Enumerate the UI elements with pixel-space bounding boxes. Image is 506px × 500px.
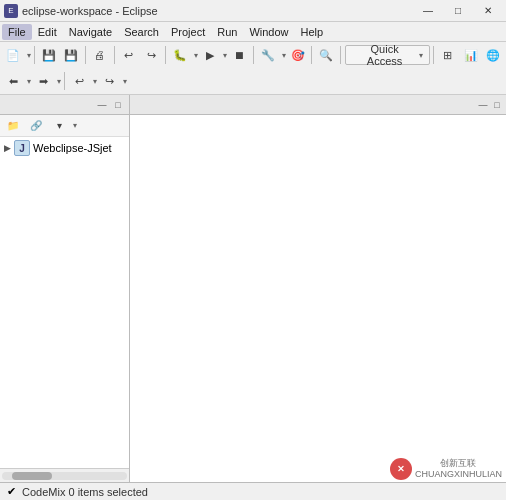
watermark-line1: 创新互联 <box>415 458 502 469</box>
tb-redo-button[interactable]: ↪ <box>140 44 162 66</box>
watermark-logo: ✕ <box>390 458 412 480</box>
tb-sep-8 <box>433 46 434 64</box>
left-panel-content: ▶ J Webclipse-JSjet <box>0 137 129 468</box>
tb-debug-arrow[interactable]: ▾ <box>194 51 198 60</box>
left-panel-scrollbar[interactable] <box>0 468 129 482</box>
right-panel: — □ <box>130 95 506 482</box>
tb-perspective-btn1[interactable]: ⊞ <box>437 44 459 66</box>
tb-new-button[interactable]: 📄 <box>2 44 24 66</box>
status-text: CodeMix 0 items selected <box>22 486 148 498</box>
tb-sep-1 <box>34 46 35 64</box>
tb-debug-button[interactable]: 🐛 <box>169 44 191 66</box>
menu-window[interactable]: Window <box>243 24 294 40</box>
tb-build-button[interactable]: 🔧 <box>257 44 279 66</box>
view-menu-button[interactable]: ▾ <box>48 115 70 137</box>
status-message: 0 items selected <box>68 486 147 498</box>
tb-sep-6 <box>311 46 312 64</box>
collapse-all-button[interactable]: 📁 <box>2 115 24 137</box>
project-icon: J <box>14 140 30 156</box>
tb-stop-button[interactable]: ⏹ <box>228 44 250 66</box>
main-area: — □ 📁 🔗 ▾ ▾ ▶ J Webclipse-JSjet <box>0 95 506 482</box>
menu-run[interactable]: Run <box>211 24 243 40</box>
tb-sep-7 <box>340 46 341 64</box>
tb-run-button[interactable]: ▶ <box>199 44 221 66</box>
tree-arrow-webclipse: ▶ <box>4 143 14 153</box>
editor-minimize-btn[interactable]: — <box>476 98 490 112</box>
left-panel-header: — □ <box>0 95 129 115</box>
tb-forward-arrow[interactable]: ▾ <box>57 77 61 86</box>
tb-print-button[interactable]: 🖨 <box>89 44 111 66</box>
left-panel-maximize-btn[interactable]: □ <box>111 98 125 112</box>
status-bar: ✔ CodeMix 0 items selected ✕ 创新互联 CHUANG… <box>0 482 506 500</box>
view-menu-arrow[interactable]: ▾ <box>73 121 77 130</box>
close-button[interactable]: ✕ <box>474 2 502 20</box>
tb-next-edit-button[interactable]: ↪ <box>98 70 120 92</box>
tb-sep-3 <box>114 46 115 64</box>
toolbar-area: 📄 ▾ 💾 💾 🖨 ↩ ↪ 🐛 ▾ ▶ ▾ ⏹ 🔧 ▾ 🎯 🔍 Quick Ac… <box>0 42 506 95</box>
quick-access-arrow: ▾ <box>419 51 423 60</box>
window-title: eclipse-workspace - Eclipse <box>22 5 158 17</box>
tb-perspective-btn2[interactable]: 📊 <box>460 44 482 66</box>
quick-access-button[interactable]: Quick Access ▾ <box>345 45 430 65</box>
menu-file[interactable]: File <box>2 24 32 40</box>
tb-sep-5 <box>253 46 254 64</box>
title-bar: E eclipse-workspace - Eclipse — □ ✕ <box>0 0 506 22</box>
panels-row: — □ 📁 🔗 ▾ ▾ ▶ J Webclipse-JSjet <box>0 95 506 482</box>
menu-navigate[interactable]: Navigate <box>63 24 118 40</box>
left-panel-controls: — □ <box>95 98 125 112</box>
editor-tab-bar: — □ <box>130 95 506 115</box>
tb-next-edit-arrow[interactable]: ▾ <box>123 77 127 86</box>
quick-access-label: Quick Access <box>352 43 417 67</box>
tb-prev-edit-button[interactable]: ↩ <box>68 70 90 92</box>
tree-item-webclipse[interactable]: ▶ J Webclipse-JSjet <box>0 139 129 157</box>
tb-prev-edit-arrow[interactable]: ▾ <box>93 77 97 86</box>
tb-target-button[interactable]: 🎯 <box>287 44 309 66</box>
minimize-button[interactable]: — <box>414 2 442 20</box>
tb-save-button[interactable]: 💾 <box>38 44 60 66</box>
tb-sep-9 <box>64 72 65 90</box>
link-with-editor-button[interactable]: 🔗 <box>25 115 47 137</box>
watermark-line2: CHUANGXINHULIAN <box>415 469 502 480</box>
tb-save-all-button[interactable]: 💾 <box>60 44 82 66</box>
status-icon: ✔ <box>4 485 18 499</box>
tb-sep-2 <box>85 46 86 64</box>
menu-search[interactable]: Search <box>118 24 165 40</box>
tb-perspective-btn3[interactable]: 🌐 <box>482 44 504 66</box>
tb-new-arrow[interactable]: ▾ <box>27 51 31 60</box>
eclipse-icon: E <box>4 4 18 18</box>
editor-maximize-btn[interactable]: □ <box>490 98 504 112</box>
tb-back-button[interactable]: ⬅ <box>2 70 24 92</box>
tb-run-arrow[interactable]: ▾ <box>223 51 227 60</box>
title-bar-left: E eclipse-workspace - Eclipse <box>4 4 158 18</box>
toolbar-row-2: ⬅ ▾ ➡ ▾ ↩ ▾ ↪ ▾ <box>0 68 506 94</box>
editor-content <box>130 115 506 482</box>
scrollbar-thumb[interactable] <box>12 472 52 480</box>
status-plugin: CodeMix <box>22 486 65 498</box>
watermark-text: 创新互联 CHUANGXINHULIAN <box>415 458 502 480</box>
watermark: ✕ 创新互联 CHUANGXINHULIAN <box>390 458 502 480</box>
tb-undo-button[interactable]: ↩ <box>118 44 140 66</box>
menu-bar: File Edit Navigate Search Project Run Wi… <box>0 22 506 42</box>
tb-forward-button[interactable]: ➡ <box>32 70 54 92</box>
left-panel-toolbar: 📁 🔗 ▾ ▾ <box>0 115 129 137</box>
tb-search-button[interactable]: 🔍 <box>315 44 337 66</box>
tree-label-webclipse: Webclipse-JSjet <box>33 142 112 154</box>
left-panel-minimize-btn[interactable]: — <box>95 98 109 112</box>
toolbar-row-1: 📄 ▾ 💾 💾 🖨 ↩ ↪ 🐛 ▾ ▶ ▾ ⏹ 🔧 ▾ 🎯 🔍 Quick Ac… <box>0 42 506 68</box>
scrollbar-track[interactable] <box>2 472 127 480</box>
title-bar-controls: — □ ✕ <box>414 2 502 20</box>
maximize-button[interactable]: □ <box>444 2 472 20</box>
left-panel: — □ 📁 🔗 ▾ ▾ ▶ J Webclipse-JSjet <box>0 95 130 482</box>
tb-sep-4 <box>165 46 166 64</box>
menu-edit[interactable]: Edit <box>32 24 63 40</box>
tb-build-arrow[interactable]: ▾ <box>282 51 286 60</box>
menu-help[interactable]: Help <box>295 24 330 40</box>
menu-project[interactable]: Project <box>165 24 211 40</box>
tb-back-arrow[interactable]: ▾ <box>27 77 31 86</box>
